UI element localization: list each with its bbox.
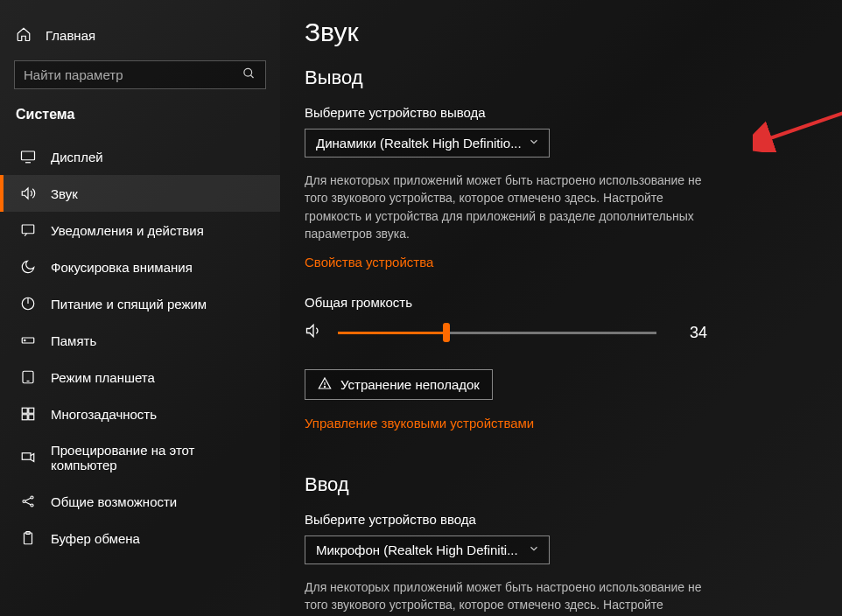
clipboard-icon bbox=[19, 530, 37, 546]
search-wrap bbox=[14, 60, 266, 89]
sidebar-item-storage[interactable]: Память bbox=[0, 322, 280, 359]
sidebar-nav: Дисплей Звук Уведомления и действия Фоку… bbox=[0, 138, 280, 556]
device-properties-link[interactable]: Свойства устройства bbox=[305, 255, 433, 270]
monitor-icon bbox=[19, 149, 37, 164]
volume-slider[interactable] bbox=[338, 332, 656, 334]
svg-line-1 bbox=[250, 74, 253, 77]
chevron-down-icon bbox=[528, 542, 540, 557]
svg-line-21 bbox=[25, 502, 31, 505]
svg-line-20 bbox=[25, 498, 31, 500]
sidebar-item-label: Память bbox=[51, 333, 96, 348]
troubleshoot-button[interactable]: Устранение неполадок bbox=[305, 369, 493, 400]
svg-point-0 bbox=[244, 68, 252, 76]
input-device-dropdown[interactable]: Микрофон (Realtek High Definiti... bbox=[305, 536, 550, 564]
speaker-icon bbox=[19, 186, 37, 201]
sidebar-item-label: Звук bbox=[51, 186, 78, 201]
sidebar-item-label: Многозадачность bbox=[51, 407, 157, 422]
sidebar: Главная Система Дисплей Звук Уведомления… bbox=[0, 0, 280, 616]
sidebar-item-label: Буфер обмена bbox=[51, 531, 140, 546]
page-title: Звук bbox=[305, 18, 807, 47]
svg-point-17 bbox=[23, 500, 25, 503]
output-description: Для некоторых приложений может быть наст… bbox=[305, 172, 707, 242]
sidebar-item-multitask[interactable]: Многозадачность bbox=[0, 396, 280, 432]
share-icon bbox=[19, 494, 37, 509]
sidebar-item-power[interactable]: Питание и спящий режим bbox=[0, 285, 280, 322]
svg-rect-5 bbox=[22, 225, 34, 234]
volume-slider-fill bbox=[338, 332, 446, 334]
volume-slider-thumb[interactable] bbox=[443, 323, 450, 342]
svg-point-26 bbox=[324, 387, 325, 388]
sidebar-item-focus[interactable]: Фокусировка внимания bbox=[0, 248, 280, 285]
output-device-dropdown[interactable]: Динамики (Realtek High Definitio... bbox=[305, 129, 550, 158]
svg-rect-16 bbox=[22, 453, 31, 460]
sidebar-item-display[interactable]: Дисплей bbox=[0, 138, 280, 175]
volume-row: 34 bbox=[305, 322, 707, 343]
sidebar-item-label: Питание и спящий режим bbox=[51, 297, 207, 312]
moon-icon bbox=[19, 259, 37, 275]
output-select-label: Выберите устройство вывода bbox=[305, 105, 807, 120]
sidebar-item-tablet[interactable]: Режим планшета bbox=[0, 359, 280, 396]
sidebar-item-sound[interactable]: Звук bbox=[0, 175, 280, 212]
input-select-label: Выберите устройство ввода bbox=[305, 512, 807, 527]
main-content: Звук Вывод Выберите устройство вывода Ди… bbox=[280, 0, 842, 616]
sidebar-item-shared[interactable]: Общие возможности bbox=[0, 483, 280, 520]
sidebar-home[interactable]: Главная bbox=[0, 19, 280, 57]
svg-rect-14 bbox=[22, 415, 27, 420]
sidebar-item-label: Уведомления и действия bbox=[51, 223, 204, 238]
sidebar-item-label: Проецирование на этот компьютер bbox=[51, 443, 264, 472]
warning-icon bbox=[318, 376, 332, 393]
troubleshoot-label: Устранение неполадок bbox=[340, 377, 480, 392]
volume-icon bbox=[305, 322, 322, 343]
svg-marker-24 bbox=[307, 326, 314, 337]
sidebar-home-label: Главная bbox=[46, 28, 95, 43]
volume-label: Общая громкость bbox=[305, 295, 807, 310]
tablet-icon bbox=[19, 369, 37, 385]
svg-point-9 bbox=[25, 340, 26, 341]
sidebar-category: Система bbox=[0, 107, 280, 135]
home-icon bbox=[16, 26, 32, 45]
sidebar-item-label: Дисплей bbox=[51, 150, 103, 164]
storage-icon bbox=[19, 332, 37, 348]
svg-rect-12 bbox=[22, 408, 27, 413]
sidebar-item-clipboard[interactable]: Буфер обмена bbox=[0, 520, 280, 556]
sidebar-item-label: Режим планшета bbox=[51, 370, 155, 385]
svg-rect-2 bbox=[22, 151, 35, 160]
project-icon bbox=[19, 450, 37, 466]
multitask-icon bbox=[19, 406, 37, 422]
search-input[interactable] bbox=[14, 60, 266, 89]
output-heading: Вывод bbox=[305, 66, 807, 89]
sidebar-item-label: Общие возможности bbox=[51, 494, 177, 509]
manage-devices-link[interactable]: Управление звуковыми устройствами bbox=[305, 416, 534, 430]
svg-marker-4 bbox=[22, 188, 28, 199]
input-device-value: Микрофон (Realtek High Definiti... bbox=[316, 542, 518, 557]
volume-value: 34 bbox=[672, 324, 707, 342]
svg-point-19 bbox=[31, 504, 33, 507]
sidebar-item-notifications[interactable]: Уведомления и действия bbox=[0, 212, 280, 248]
svg-rect-13 bbox=[29, 408, 34, 413]
svg-point-18 bbox=[31, 496, 33, 499]
input-heading: Ввод bbox=[305, 473, 807, 496]
search-icon bbox=[242, 66, 256, 83]
sidebar-item-project[interactable]: Проецирование на этот компьютер bbox=[0, 432, 280, 483]
svg-rect-15 bbox=[29, 415, 34, 420]
message-icon bbox=[19, 222, 37, 238]
input-description: Для некоторых приложений может быть наст… bbox=[305, 578, 707, 616]
chevron-down-icon bbox=[528, 136, 540, 150]
power-icon bbox=[19, 296, 37, 312]
sidebar-item-label: Фокусировка внимания bbox=[51, 260, 193, 275]
output-device-value: Динамики (Realtek High Definitio... bbox=[316, 136, 522, 150]
